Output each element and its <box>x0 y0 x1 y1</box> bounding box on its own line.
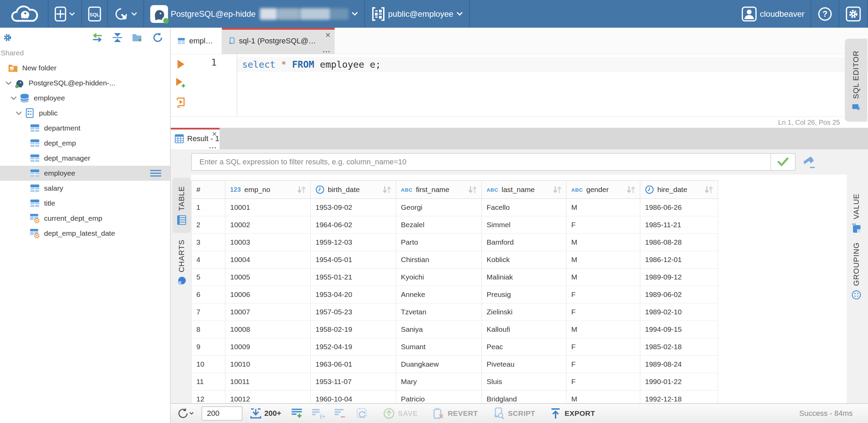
data-cell[interactable]: Patricio <box>396 391 482 403</box>
execute-in-new-tab-button[interactable] <box>176 78 186 88</box>
data-cell[interactable]: M <box>566 321 640 338</box>
settings-button[interactable] <box>839 0 867 28</box>
data-cell[interactable]: Anneke <box>396 286 482 303</box>
tab-employee[interactable]: employee <box>171 28 222 54</box>
chevron-down-icon[interactable] <box>3 81 14 85</box>
data-cell[interactable]: Kalloufi <box>482 321 566 338</box>
data-cell[interactable]: 10006 <box>225 286 311 303</box>
column-header-emp_no[interactable]: 123emp_no <box>225 181 311 199</box>
row-number-cell[interactable]: 6 <box>191 286 225 303</box>
refresh-tree-icon[interactable] <box>152 32 163 43</box>
close-icon[interactable]: × <box>325 30 331 39</box>
data-cell[interactable]: Peac <box>482 338 566 355</box>
script-button[interactable]: SCRIPT <box>493 407 535 420</box>
data-cell[interactable]: F <box>566 216 640 233</box>
new-connection-button[interactable] <box>48 0 81 28</box>
row-number-cell[interactable]: 11 <box>191 373 225 390</box>
data-cell[interactable]: 10012 <box>225 391 311 403</box>
data-cell[interactable]: 1957-05-23 <box>311 303 396 320</box>
tree-item-title[interactable]: title <box>0 196 170 211</box>
data-cell[interactable]: 1953-04-20 <box>311 286 396 303</box>
tab-menu-icon[interactable]: ... <box>209 142 217 149</box>
row-limit-input[interactable] <box>201 406 242 421</box>
data-cell[interactable]: M <box>566 391 640 403</box>
data-cell[interactable]: Simmel <box>482 216 566 233</box>
filter-input[interactable] <box>192 154 770 170</box>
data-cell[interactable]: 1958-02-19 <box>311 321 396 338</box>
row-number-cell[interactable]: 4 <box>191 251 225 268</box>
column-header-first_name[interactable]: ABCfirst_name <box>396 181 482 199</box>
auto-refresh-button[interactable] <box>356 408 368 419</box>
data-cell[interactable]: Facello <box>482 199 566 216</box>
add-row-button[interactable] <box>291 408 303 419</box>
tree-item-employee[interactable]: employee <box>0 91 170 106</box>
sidebar-settings-gear-icon[interactable] <box>2 32 13 43</box>
data-cell[interactable]: F <box>566 338 640 355</box>
data-cell[interactable]: 1964-06-02 <box>311 216 396 233</box>
data-cell[interactable]: F <box>566 286 640 303</box>
sort-arrows-icon[interactable] <box>467 185 477 194</box>
data-cell[interactable]: 1992-12-18 <box>640 391 718 403</box>
chevron-down-icon[interactable] <box>8 96 19 100</box>
tab-menu-icon[interactable]: ... <box>323 46 331 53</box>
data-cell[interactable]: M <box>566 199 640 216</box>
data-cell[interactable]: 1953-09-02 <box>311 199 396 216</box>
row-number-cell[interactable]: 12 <box>191 391 225 403</box>
revert-button[interactable]: REVERT <box>433 408 478 419</box>
vtab-table[interactable]: TABLE <box>172 178 191 233</box>
data-cell[interactable]: 1990-01-22 <box>640 373 718 390</box>
tree-item-new-folder[interactable]: New folder <box>0 60 170 76</box>
collapse-all-icon[interactable] <box>112 32 123 43</box>
data-cell[interactable]: 1989-06-02 <box>640 286 718 303</box>
fetch-more-button[interactable]: 200+ <box>250 408 281 419</box>
tree-item-postgresql-ep-hidden--[interactable]: PostgreSQL@ep-hidden-... <box>0 76 170 91</box>
data-cell[interactable]: 10011 <box>225 373 311 390</box>
tree-item-public[interactable]: public <box>0 106 170 121</box>
tree-item-dept_emp_latest_date[interactable]: dept_emp_latest_date <box>0 226 170 241</box>
data-cell[interactable]: 1986-06-26 <box>640 199 718 216</box>
tree-item-employee[interactable]: employee <box>0 166 170 181</box>
new-folder-icon[interactable] <box>132 32 143 43</box>
data-cell[interactable]: Bezalel <box>396 216 482 233</box>
data-cell[interactable]: 1994-09-15 <box>640 321 718 338</box>
column-header-last_name[interactable]: ABClast_name <box>482 181 566 199</box>
data-cell[interactable]: 1960-10-04 <box>311 391 396 403</box>
execute-script-button[interactable] <box>176 97 186 108</box>
row-number-cell[interactable]: 8 <box>191 321 225 338</box>
user-menu-button[interactable]: cloudbeaver <box>735 0 811 28</box>
sort-arrows-icon[interactable] <box>703 185 714 194</box>
data-cell[interactable]: 10005 <box>225 269 311 286</box>
row-number-cell[interactable]: 7 <box>191 303 225 320</box>
apply-filter-button[interactable] <box>770 154 795 170</box>
data-cell[interactable]: 1986-12-01 <box>640 251 718 268</box>
data-cell[interactable]: Preusig <box>482 286 566 303</box>
column-header-birth_date[interactable]: birth_date <box>311 181 396 199</box>
chevron-down-icon[interactable] <box>13 111 25 115</box>
data-cell[interactable]: Piveteau <box>482 356 566 373</box>
sync-with-editor-icon[interactable] <box>92 32 103 43</box>
vtab-grouping[interactable]: GROUPING <box>848 235 865 307</box>
data-cell[interactable]: Bamford <box>482 234 566 251</box>
row-number-cell[interactable]: 10 <box>191 356 225 373</box>
data-cell[interactable]: Duangkaew <box>396 356 482 373</box>
vtab-sql-editor[interactable]: SQL EDITOR <box>845 39 867 122</box>
data-cell[interactable]: 10004 <box>225 251 311 268</box>
data-cell[interactable]: F <box>566 356 640 373</box>
help-button[interactable]: ? <box>811 0 839 28</box>
row-number-cell[interactable]: 5 <box>191 269 225 286</box>
data-cell[interactable]: 1989-02-10 <box>640 303 718 320</box>
new-sql-editor-button[interactable]: SQL <box>82 0 107 28</box>
row-number-cell[interactable]: 3 <box>191 234 225 251</box>
code-area[interactable]: select * FROM employee e; <box>237 54 868 117</box>
sort-arrows-icon[interactable] <box>381 185 392 194</box>
data-cell[interactable]: 10007 <box>225 303 311 320</box>
data-cell[interactable]: 1986-08-28 <box>640 234 718 251</box>
data-cell[interactable]: F <box>566 303 640 320</box>
data-cell[interactable]: 1989-09-12 <box>640 269 718 286</box>
data-cell[interactable]: Zielinski <box>482 303 566 320</box>
sort-arrows-icon[interactable] <box>296 185 306 194</box>
save-button[interactable]: SAVE <box>383 408 418 419</box>
tab-sql-1[interactable]: sql-1 (PostgreSQL@ep-hidde... × ... <box>222 28 335 54</box>
tree-item-department[interactable]: department <box>0 121 170 136</box>
data-cell[interactable]: 10002 <box>225 216 311 233</box>
